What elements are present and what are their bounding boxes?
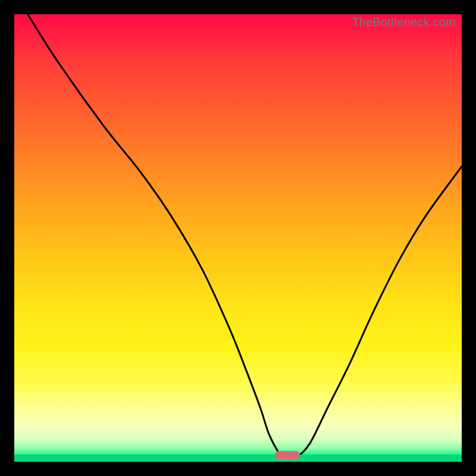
watermark-text: TheBottleneck.com (352, 15, 456, 29)
baseline-strip (14, 455, 462, 462)
optimal-marker (275, 451, 300, 459)
plot-area: TheBottleneck.com (14, 14, 462, 462)
chart-frame: TheBottleneck.com (0, 0, 476, 476)
bottleneck-curve (14, 14, 462, 462)
